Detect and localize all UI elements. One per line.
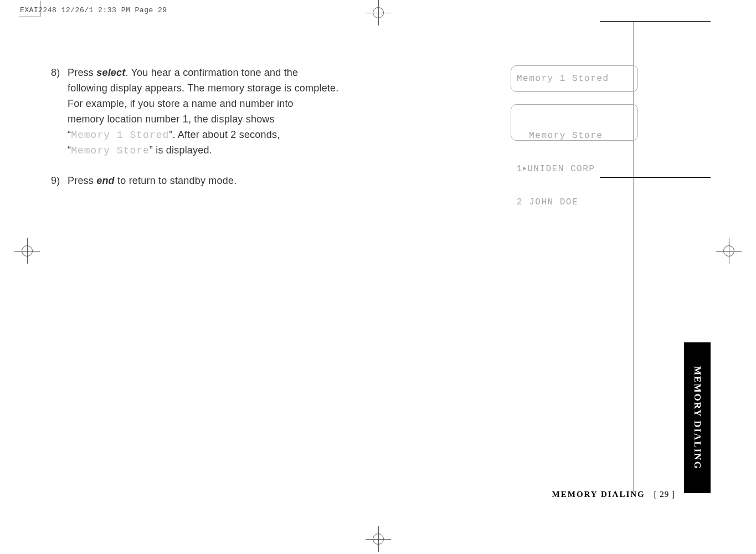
keyword-select: select (96, 67, 125, 78)
crop-mark (40, 1, 40, 17)
lcd-line: 2 JOHN DOE (517, 197, 632, 208)
lcd-index: 1 (517, 164, 523, 174)
lcd-line: 1▶UNIDEN CORP (517, 163, 632, 175)
page-footer: MEMORY DIALING [ 29 ] (552, 490, 675, 499)
lcd-screen-2: Memory Store 1▶UNIDEN CORP 2 JOHN DOE (511, 104, 638, 141)
lcd-screen-1: Memory 1 Stored (511, 65, 638, 92)
keyword-end: end (96, 175, 115, 186)
registration-mark-icon (14, 238, 40, 264)
body-text: 8)Press select. You hear a confirmation … (51, 65, 494, 203)
lcd-line: Memory Store (517, 130, 632, 141)
text: ”. After about 2 seconds, (169, 129, 280, 140)
lcd-line: Memory 1 Stored (517, 73, 609, 84)
lcd-phrase: Memory Store (71, 145, 150, 156)
step-9: 9)Press end to return to standby mode. (51, 173, 494, 189)
lcd-phrase: Memory 1 Stored (71, 130, 169, 141)
text: memory location number 1, the display sh… (51, 112, 494, 127)
section-tab-label: MEMORY DIALING (693, 366, 702, 470)
text: . You hear a confirmation tone and the (125, 67, 298, 78)
text: “Memory Store” is displayed. (51, 143, 494, 159)
page-number: [ 29 ] (654, 490, 676, 499)
section-tab: MEMORY DIALING (684, 342, 711, 493)
print-slug: EXAI2248 12/26/1 2:33 PM Page 29 (20, 7, 167, 14)
registration-mark-icon (716, 238, 742, 264)
crop-mark (19, 17, 40, 17)
footer-title: MEMORY DIALING (552, 490, 645, 499)
registration-mark-icon (366, 526, 391, 552)
text: “Memory 1 Stored”. After about 2 seconds… (51, 127, 494, 143)
text: Press (68, 175, 96, 186)
step-number: 9) (51, 173, 68, 189)
registration-mark-icon (366, 0, 391, 25)
text: following display appears. The memory st… (51, 81, 494, 96)
step-number: 8) (51, 65, 68, 81)
page-gutter-line (600, 21, 711, 22)
text: ” is displayed. (150, 145, 212, 156)
text: For example, if you store a name and num… (51, 96, 494, 112)
text: to return to standby mode. (115, 175, 237, 186)
cursor-icon: ▶ (523, 165, 527, 173)
step-8: 8)Press select. You hear a confirmation … (51, 65, 494, 159)
text: Press (68, 67, 96, 78)
lcd-value: UNIDEN CORP (527, 164, 595, 174)
